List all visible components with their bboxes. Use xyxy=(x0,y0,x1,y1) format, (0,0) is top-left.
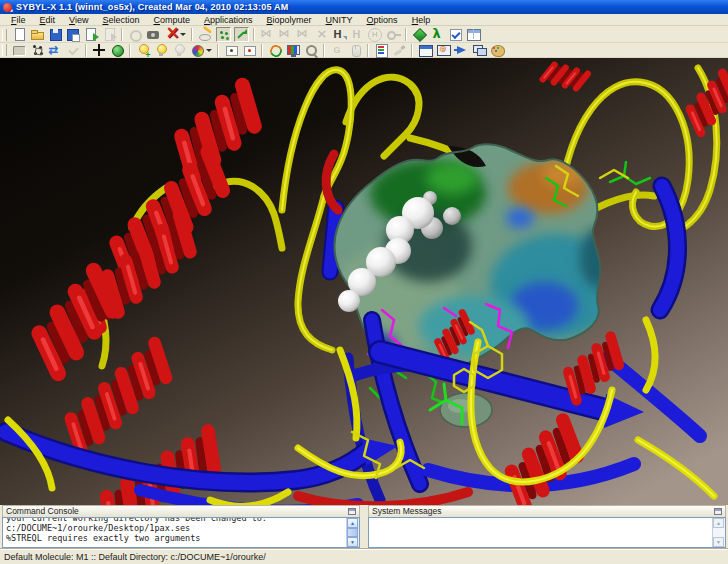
color-picker-button[interactable] xyxy=(188,43,206,58)
toolbar-divider xyxy=(323,44,325,57)
console-pin-icon[interactable] xyxy=(348,508,356,515)
scroll-down-icon[interactable]: ▼ xyxy=(713,537,724,547)
menu-options[interactable]: Options xyxy=(360,14,405,26)
menu-applications[interactable]: Applications xyxy=(197,14,260,26)
molecule-panel-toggle-button[interactable] xyxy=(214,27,232,42)
display-properties-button[interactable] xyxy=(284,43,302,58)
fuse-atoms-button[interactable] xyxy=(276,27,294,42)
render-options-button[interactable] xyxy=(302,43,320,58)
toolbar-grip[interactable] xyxy=(2,29,7,41)
display-properties-icon xyxy=(286,43,301,58)
save-button[interactable] xyxy=(46,27,64,42)
sketch-molecule-button[interactable] xyxy=(196,27,214,42)
show-atoms-icon xyxy=(30,43,45,58)
console-scrollbar[interactable]: ▲ ▼ xyxy=(346,518,359,547)
refresh-display-button[interactable] xyxy=(46,43,64,58)
join-bonds-button[interactable] xyxy=(258,27,276,42)
molecular-spreadsheet-button[interactable] xyxy=(464,27,482,42)
atom-selection-table-button[interactable] xyxy=(446,27,464,42)
scroll-thumb[interactable] xyxy=(347,528,358,537)
toolbar-main[interactable] xyxy=(0,27,728,43)
menu-selection[interactable]: Selection xyxy=(95,14,146,26)
delete-button[interactable] xyxy=(162,27,180,42)
remote-display-icon xyxy=(436,43,451,58)
app-logo-icon xyxy=(3,3,12,12)
add-light-button[interactable] xyxy=(134,43,152,58)
label-atoms-icon xyxy=(224,43,239,58)
system-messages-body[interactable]: ▲ ▼ xyxy=(368,517,726,548)
lock-tool-button[interactable] xyxy=(384,27,402,42)
menu-bar[interactable]: FileEditViewSelectionComputeApplications… xyxy=(0,14,728,26)
system-messages-header[interactable]: System Messages xyxy=(368,505,726,517)
biopolymer-tool-button[interactable] xyxy=(428,27,446,42)
open-file-icon xyxy=(30,27,45,42)
remove-hydrogens-button[interactable] xyxy=(348,27,366,42)
sysmsg-scrollbar[interactable]: ▲ ▼ xyxy=(712,518,725,547)
new-file-button[interactable] xyxy=(10,27,28,42)
title-bar[interactable]: SYBYL-X 1.1 (winnt_os5x), Created Mar 04… xyxy=(0,0,728,14)
paint-surface-button[interactable] xyxy=(390,43,408,58)
toolbar-display[interactable] xyxy=(0,43,728,58)
toolbar-grip[interactable] xyxy=(2,44,7,56)
light-off-button[interactable] xyxy=(170,43,188,58)
export-session-button[interactable] xyxy=(100,27,118,42)
save-as-button[interactable] xyxy=(64,27,82,42)
center-view-button[interactable] xyxy=(108,43,126,58)
command-console-panel[interactable]: Command Console your current working dir… xyxy=(2,505,360,549)
translate-mode-button[interactable] xyxy=(90,43,108,58)
view-button-icon xyxy=(12,43,27,58)
toggle-recycle-button[interactable] xyxy=(266,43,284,58)
legend-panel-button[interactable] xyxy=(372,43,390,58)
menu-view[interactable]: View xyxy=(62,14,95,26)
menu-biopolymer[interactable]: Biopolymer xyxy=(260,14,319,26)
add-hydrogens-button[interactable] xyxy=(330,27,348,42)
apply-check-button[interactable] xyxy=(64,43,82,58)
show-atoms-button[interactable] xyxy=(28,43,46,58)
import-session-icon xyxy=(84,27,99,42)
scroll-up-icon[interactable]: ▲ xyxy=(347,518,358,528)
join-bonds-icon xyxy=(260,27,275,42)
break-bond-button[interactable] xyxy=(312,27,330,42)
pointer-tool-button[interactable] xyxy=(452,43,470,58)
scroll-up-icon[interactable]: ▲ xyxy=(713,518,724,528)
delete-options-icon xyxy=(180,27,188,42)
command-console-header[interactable]: Command Console xyxy=(2,505,360,517)
split-bond-button[interactable] xyxy=(294,27,312,42)
remote-display-button[interactable] xyxy=(434,43,452,58)
sysmsg-pin-icon[interactable] xyxy=(714,508,722,515)
screen-capture-button[interactable] xyxy=(144,27,162,42)
color-options-button[interactable] xyxy=(206,43,214,58)
menu-file[interactable]: File xyxy=(4,14,33,26)
fit-view-toggle-button[interactable] xyxy=(232,27,250,42)
grid-toggle-button[interactable] xyxy=(328,43,346,58)
scroll-down-icon[interactable]: ▼ xyxy=(347,537,358,547)
command-console-body[interactable]: your current working directory has been … xyxy=(2,517,360,548)
view-button-button[interactable] xyxy=(10,43,28,58)
grid-toggle-icon xyxy=(330,43,345,58)
menu-unity[interactable]: UNITY xyxy=(319,14,360,26)
new-window-button[interactable] xyxy=(416,43,434,58)
console-line: %STREQL requires exactly two arguments xyxy=(6,533,345,543)
undo-button[interactable] xyxy=(126,27,144,42)
menu-edit[interactable]: Edit xyxy=(33,14,63,26)
light-on-icon xyxy=(154,43,169,58)
add-light-icon xyxy=(136,43,151,58)
mouse-settings-button[interactable] xyxy=(346,43,364,58)
translate-mode-icon xyxy=(92,43,107,58)
import-session-button[interactable] xyxy=(82,27,100,42)
minimize-energy-button[interactable] xyxy=(410,27,428,42)
label-atoms-button[interactable] xyxy=(222,43,240,58)
viewport-3d[interactable] xyxy=(0,58,728,505)
open-file-button[interactable] xyxy=(28,27,46,42)
surface-blob-small xyxy=(440,393,492,427)
label-options-button[interactable] xyxy=(240,43,258,58)
light-on-button[interactable] xyxy=(152,43,170,58)
remove-hydrogens-icon xyxy=(350,27,365,42)
scene-palette-button[interactable] xyxy=(488,43,506,58)
dual-view-button[interactable] xyxy=(470,43,488,58)
system-messages-panel[interactable]: System Messages ▲ ▼ xyxy=(368,505,726,549)
menu-help[interactable]: Help xyxy=(405,14,438,26)
status-bar: Default Molecule: M1 :: Default Director… xyxy=(0,549,728,564)
delete-options-button[interactable] xyxy=(180,27,188,42)
hydrogen-options-button[interactable] xyxy=(366,27,384,42)
